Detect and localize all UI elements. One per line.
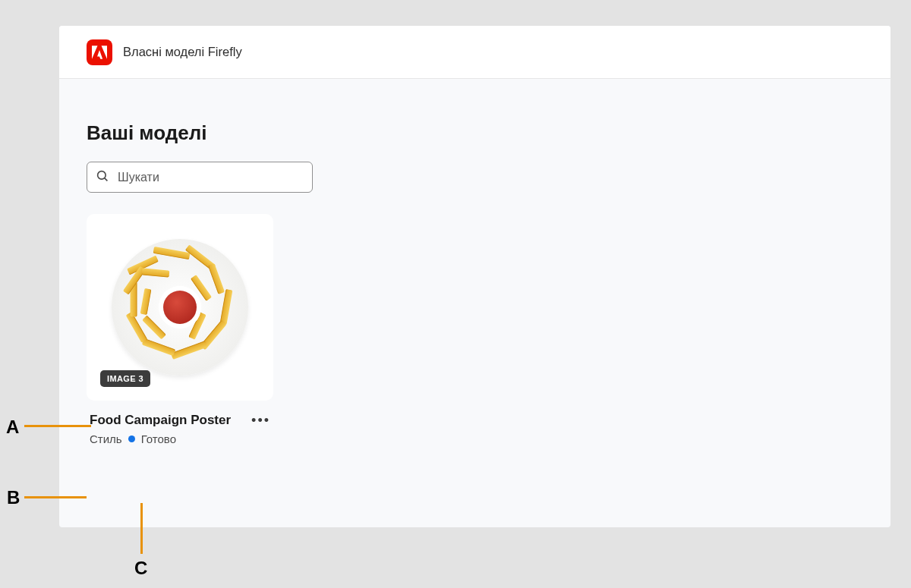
search-input[interactable] (87, 162, 313, 193)
model-thumbnail: IMAGE 3 (91, 219, 269, 396)
food-illustration (112, 239, 248, 376)
callout-b-line (24, 496, 87, 498)
model-card-meta: Food Campaign Poster ••• (87, 401, 273, 428)
app-window: Власні моделі Firefly Ваші моделі (59, 26, 891, 527)
callout-a-line (24, 425, 91, 427)
ketchup-icon (159, 286, 201, 329)
model-card[interactable]: IMAGE 3 (87, 214, 273, 401)
image-version-badge: IMAGE 3 (100, 370, 150, 387)
adobe-logo (87, 39, 112, 65)
callout-c-line (140, 503, 143, 554)
callout-b-label: B (7, 487, 20, 508)
content-area: Ваші моделі (59, 79, 891, 473)
more-options-button[interactable]: ••• (251, 413, 270, 427)
model-status-text: Готово (141, 432, 176, 445)
header-title: Власні моделі Firefly (123, 45, 242, 59)
app-header: Власні моделі Firefly (59, 26, 891, 79)
section-title: Ваші моделі (87, 121, 331, 145)
search-field (87, 162, 313, 193)
status-dot-icon (128, 435, 135, 442)
model-title: Food Campaign Poster (90, 413, 231, 428)
models-panel: Ваші моделі (87, 121, 331, 445)
callout-a-label: A (6, 417, 19, 438)
callout-c-label: C (134, 558, 147, 579)
model-status-row: Стиль Готово (87, 428, 331, 445)
model-type-label: Стиль (90, 432, 122, 445)
adobe-logo-icon (92, 46, 107, 59)
